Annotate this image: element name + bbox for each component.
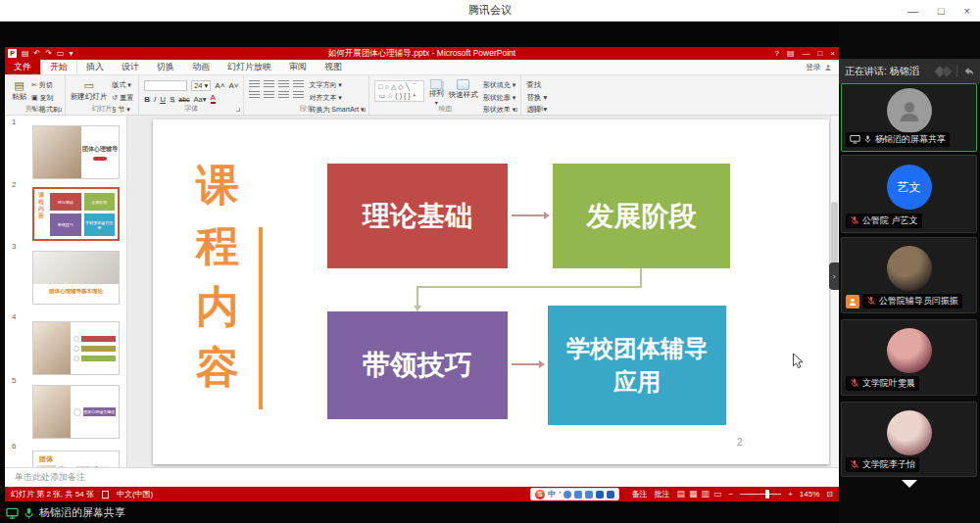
- justify-icon[interactable]: [293, 91, 304, 99]
- close-icon[interactable]: ×: [964, 5, 970, 17]
- participant-tile-5[interactable]: 文学院李子怡: [841, 402, 977, 477]
- align-text-button[interactable]: 对齐文本 ▾: [309, 93, 364, 103]
- help-icon[interactable]: ?: [774, 47, 778, 60]
- slide-box-theory[interactable]: 理论基础: [327, 164, 508, 268]
- slide-vertical-title[interactable]: 课程内容: [196, 155, 239, 398]
- tab-设计[interactable]: 设计: [113, 60, 148, 74]
- qat-customize-caret-icon[interactable]: ▾: [70, 47, 74, 60]
- minimize-icon[interactable]: —: [907, 5, 918, 17]
- find-button[interactable]: 查找: [526, 80, 547, 90]
- zoom-in-icon[interactable]: +: [788, 490, 793, 499]
- sidebar-collapse-handle[interactable]: ›: [829, 262, 839, 290]
- powerpoint-logo-icon[interactable]: P: [8, 49, 17, 58]
- align-left-icon[interactable]: [249, 91, 260, 99]
- tab-切换[interactable]: 切换: [148, 60, 183, 74]
- align-center-icon[interactable]: [264, 91, 274, 99]
- dialog-launcher-icon[interactable]: [362, 108, 366, 112]
- participant-tile-3[interactable]: 公管院辅导员闫振振: [841, 237, 977, 313]
- comments-toggle-button[interactable]: 批注: [654, 489, 669, 499]
- punctuation-icon[interactable]: ’: [559, 490, 561, 499]
- editor-scrollbar[interactable]: [830, 116, 839, 467]
- slide-thumbnail-6[interactable]: 团体团体：一般而言指两个以上的人组成，为了达到共同的目标，彼此相互依赖与互动的人…: [32, 451, 120, 467]
- maximize-icon[interactable]: □: [938, 5, 945, 17]
- font-name-box[interactable]: [144, 80, 187, 91]
- sogou-logo-icon[interactable]: S: [535, 490, 545, 499]
- align-right-icon[interactable]: [278, 91, 289, 99]
- tab-幻灯片放映[interactable]: 幻灯片放映: [219, 60, 280, 74]
- italic-button[interactable]: I: [154, 95, 156, 104]
- tab-文件[interactable]: 文件: [5, 60, 40, 74]
- bullets-icon[interactable]: [249, 80, 260, 88]
- arrange-button[interactable]: 排列 ▾: [429, 78, 444, 107]
- shape-fill-button[interactable]: 形状填充 ▾: [483, 80, 515, 90]
- participant-tile-4[interactable]: 文学院叶雯晨: [841, 319, 977, 396]
- ppt-restore-icon[interactable]: □: [817, 47, 822, 60]
- notes-pane[interactable]: 单击此处添加备注: [5, 467, 839, 487]
- keyboard-icon[interactable]: [585, 491, 593, 499]
- fit-to-window-icon[interactable]: ⊡: [826, 490, 833, 499]
- tab-插入[interactable]: 插入: [77, 60, 113, 74]
- strikethrough-button[interactable]: abc: [178, 96, 189, 103]
- redo-icon[interactable]: ↷: [45, 47, 52, 60]
- scroll-down-arrow[interactable]: [839, 480, 980, 488]
- indent-increase-icon[interactable]: [293, 80, 304, 88]
- ppt-minimize-icon[interactable]: —: [802, 47, 809, 60]
- ppt-close-icon[interactable]: ×: [830, 47, 835, 60]
- font-size-box[interactable]: 24 ▾: [191, 80, 211, 91]
- font-color-button[interactable]: A: [211, 94, 216, 104]
- ribbon-display-icon[interactable]: ▤: [787, 47, 795, 60]
- zoom-slider[interactable]: [740, 494, 781, 495]
- replace-button[interactable]: 替换 ▾: [526, 93, 547, 103]
- slide-thumbnail-1[interactable]: 团体心理辅导: [32, 125, 120, 179]
- tab-动画[interactable]: 动画: [183, 60, 219, 74]
- dialog-launcher-icon[interactable]: [58, 108, 62, 112]
- text-shadow-button[interactable]: S: [170, 95, 174, 104]
- participant-tile-2[interactable]: 艺文公管院 卢艺文: [841, 155, 977, 233]
- slide-thumbnail-3[interactable]: 团体心理辅导基本理论: [32, 251, 120, 305]
- slide-canvas[interactable]: 课程内容 理论基础 发展阶段 带领技巧 学校团体辅导应用: [153, 119, 829, 464]
- layout-button[interactable]: 版式 ▾: [112, 80, 133, 90]
- dialog-launcher-icon[interactable]: [236, 108, 240, 112]
- scrollbar-thumb[interactable]: [831, 202, 838, 264]
- collapse-panel-icon[interactable]: [963, 67, 974, 76]
- zoom-slider-thumb[interactable]: [765, 490, 769, 499]
- mic-input-icon[interactable]: [574, 491, 582, 499]
- gallery-view-icon[interactable]: [941, 66, 952, 76]
- new-slide-button[interactable]: ▭ 新建幻灯片: [71, 78, 108, 101]
- slide-sorter-icon[interactable]: ▦: [689, 490, 698, 499]
- reset-button[interactable]: ↺ 重置: [112, 93, 133, 103]
- indent-decrease-icon[interactable]: [278, 80, 289, 88]
- copy-button[interactable]: ▣ 复制: [31, 93, 60, 103]
- emoji-icon[interactable]: [564, 491, 571, 499]
- input-method-bar[interactable]: S 中 ’: [530, 488, 619, 500]
- shapes-gallery[interactable]: □○△◇╲⌒ ▭☆(){}+: [374, 80, 423, 102]
- slideshow-view-icon[interactable]: ▭: [713, 490, 722, 499]
- language-indicator[interactable]: 中文(中国): [117, 489, 153, 499]
- slide-box-application[interactable]: 学校团体辅导应用: [548, 306, 726, 425]
- tab-视图[interactable]: 视图: [316, 60, 351, 74]
- reading-view-icon[interactable]: ▥: [701, 490, 710, 499]
- zoom-level[interactable]: 145%: [800, 490, 819, 499]
- bold-button[interactable]: B: [144, 95, 150, 104]
- shape-outline-button[interactable]: 形状轮廓 ▾: [483, 93, 515, 103]
- shrink-font-button[interactable]: A˅: [228, 81, 238, 90]
- skin-icon[interactable]: [607, 491, 614, 499]
- normal-view-icon[interactable]: ▤: [676, 490, 685, 499]
- undo-icon[interactable]: ↶: [34, 47, 41, 60]
- slide-thumbnail-2[interactable]: 课程内容理论基础发展阶段带领技巧学校团体辅导应用: [32, 187, 120, 241]
- chinese-mode-icon[interactable]: 中: [548, 490, 556, 499]
- save-icon[interactable]: ▤: [22, 47, 29, 60]
- grow-font-button[interactable]: A˄: [215, 81, 224, 90]
- tab-开始[interactable]: 开始: [40, 60, 77, 74]
- dialog-launcher-icon[interactable]: [514, 108, 517, 112]
- participant-tile-1[interactable]: 杨锦滔的屏幕共享: [841, 83, 977, 152]
- sign-in-link[interactable]: 登录: [806, 62, 832, 72]
- start-slideshow-icon[interactable]: ▭: [57, 47, 65, 60]
- zoom-out-icon[interactable]: −: [728, 490, 733, 499]
- cut-button[interactable]: ✂ 剪切: [31, 80, 60, 90]
- notes-toggle-button[interactable]: 备注: [631, 489, 647, 499]
- change-case-button[interactable]: Aa▾: [194, 95, 207, 104]
- tab-审阅[interactable]: 审阅: [280, 60, 316, 74]
- text-direction-button[interactable]: 文字方向 ▾: [309, 80, 364, 90]
- slide-box-skills[interactable]: 带领技巧: [327, 311, 508, 419]
